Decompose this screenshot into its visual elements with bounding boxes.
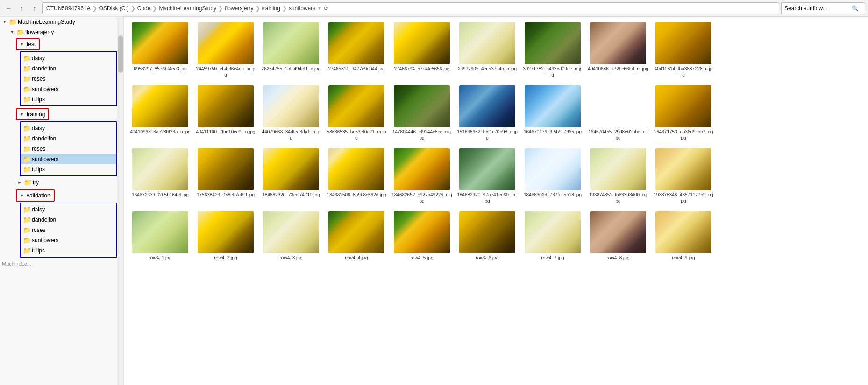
file-item[interactable]: 29972905_4cc537ff4b_n.jpg <box>455 21 520 80</box>
file-item[interactable]: 24459750_eb49f6e4cb_m.jpg <box>193 21 258 80</box>
folder-icon: 📁 <box>22 55 31 62</box>
sidebar-item-test-daisy[interactable]: 📁 daisy <box>21 53 116 63</box>
file-item[interactable]: 184682506_8a9b8c662d.jpg <box>324 147 389 206</box>
sidebar-item-test-sunflowers[interactable]: 📁 sunflowers <box>21 84 116 94</box>
file-item[interactable]: 184682652_c927a49226_m.jpg <box>389 147 455 206</box>
expand-icon: ► <box>16 180 23 185</box>
folder-icon: 📁 <box>22 75 31 83</box>
sidebar: ▼ 📁 MachineLearningStudy ▼ 📁 flowersjerr… <box>0 17 124 385</box>
nav-up-button[interactable]: ↑ <box>29 3 40 14</box>
file-item[interactable]: row4_6.jpg <box>455 210 520 263</box>
folder-icon: 📁 <box>22 206 31 213</box>
folder-icon: 📁 <box>22 155 31 163</box>
file-item[interactable]: 151898652_b5f1c70b98_n.jpg <box>455 84 520 143</box>
sidebar-item-validation-daisy[interactable]: 📁 daisy <box>21 204 116 215</box>
sidebar-label: sunflowers <box>32 86 114 92</box>
sidebar-item-training-roses[interactable]: 📁 roses <box>21 144 116 154</box>
file-item[interactable]: 147804446_ef9244c8ce_m.jpg <box>389 84 455 143</box>
file-name: row4_4.jpg <box>345 255 368 261</box>
file-name: row4_3.jpg <box>280 255 303 261</box>
file-item[interactable]: 39271782_b4335d09ae_n.jpg <box>520 21 585 80</box>
file-name: 44079668_34dfee3da1_n.jpg <box>261 129 321 141</box>
folder-icon: 📁 <box>8 18 17 26</box>
sidebar-item-try[interactable]: ► 📁 try <box>0 177 117 188</box>
file-item[interactable]: 164671753_ab36d9cbb7_n.jpg <box>651 84 716 143</box>
file-item[interactable]: 40410963_3ac280f23a_n.jpg <box>128 84 193 143</box>
file-item[interactable]: 164670455_29d8e02bbd_n.jpg <box>585 84 651 143</box>
file-item[interactable]: 193878348_43571127b9_n.jpg <box>651 147 716 206</box>
breadcrumb-item: OSDisk (C:) <box>99 5 129 12</box>
sidebar-item-validation[interactable]: ▼ validation <box>18 190 52 201</box>
refresh-icon[interactable]: ⟳ <box>324 5 328 12</box>
sidebar-item-test[interactable]: ▼ test <box>18 39 37 49</box>
breadcrumb[interactable]: CTUN50947961A ❯ OSDisk (C:) ❯ Code ❯ Mac… <box>42 2 779 14</box>
file-item[interactable]: 27466794_57e4fe5656.jpg <box>389 21 455 80</box>
file-item[interactable]: 164670176_9f5b9c7965.jpg <box>520 84 585 143</box>
file-item[interactable]: row4_3.jpg <box>258 210 324 263</box>
sidebar-label: tulips <box>32 247 114 254</box>
file-name: 40410686_272bc66faf_m.jpg <box>588 66 648 72</box>
sidebar-item-more[interactable]: MachineLe... <box>0 259 117 269</box>
sidebar-scrollbar[interactable] <box>117 17 123 385</box>
sidebar-item-flowersjerry[interactable]: ▼ 📁 flowersjerry <box>0 27 117 37</box>
sidebar-item-training-tulips[interactable]: 📁 tulips <box>21 164 116 175</box>
training-group-box: ▼ training <box>16 108 49 120</box>
file-item[interactable]: 26254755_1bfc494ef1_n.jpg <box>258 21 324 80</box>
file-name: 184683023_737fec5b18.jpg <box>524 192 582 198</box>
file-item[interactable]: 44079668_34dfee3da1_n.jpg <box>258 84 324 143</box>
file-item[interactable]: 193874852_fb633d8d00_n.jpg <box>585 147 651 206</box>
file-item[interactable]: row4_5.jpg <box>389 210 455 263</box>
sidebar-label: test <box>27 41 36 48</box>
sidebar-item-training[interactable]: ▼ training <box>18 109 47 119</box>
file-name: 193874852_fb633d8d00_n.jpg <box>588 192 648 204</box>
sidebar-item-validation-roses[interactable]: 📁 roses <box>21 225 116 235</box>
file-item[interactable]: 27465811_9477c9d044.jpg <box>324 21 389 80</box>
sidebar-label: daisy <box>32 206 114 213</box>
expand-icon: ▼ <box>18 42 26 47</box>
nav-back-button[interactable]: ← <box>3 3 14 14</box>
file-item[interactable]: row4_2.jpg <box>193 210 258 263</box>
sidebar-item-validation-sunflowers[interactable]: 📁 sunflowers <box>21 235 116 245</box>
sidebar-item-validation-dandelion[interactable]: 📁 dandelion <box>21 215 116 225</box>
sidebar-label: training <box>27 111 45 118</box>
breadcrumb-item: CTUN50947961A <box>46 5 91 12</box>
breadcrumb-sep: ❯ <box>152 5 157 12</box>
content-area: 6953297_8576bf4ea3.jpg24459750_eb49f6e4c… <box>124 17 868 385</box>
folder-icon: 📁 <box>16 28 24 36</box>
search-bar[interactable]: 🔍 <box>781 2 865 14</box>
file-item[interactable]: 184683023_737fec5b18.jpg <box>520 147 585 206</box>
sidebar-item-training-dandelion[interactable]: 📁 dandelion <box>21 133 116 144</box>
file-item[interactable]: 184682920_97ae41ce60_m.jpg <box>455 147 520 206</box>
file-item[interactable]: 40410814_fba3837226_n.jpg <box>651 21 716 80</box>
breadcrumb-item: flowersjerry <box>225 5 253 12</box>
file-item[interactable]: 40411100_7fbe10ec0f_n.jpg <box>193 84 258 143</box>
file-name: 29972905_4cc537ff4b_n.jpg <box>458 66 517 72</box>
breadcrumb-item: MachineLearningStudy <box>159 5 216 12</box>
file-name: 164670455_29d8e02bbd_n.jpg <box>588 129 648 141</box>
sidebar-label: MachineLe... <box>2 261 115 266</box>
file-item[interactable]: 6953297_8576bf4ea3.jpg <box>128 21 193 80</box>
sidebar-item-training-daisy[interactable]: 📁 daisy <box>21 123 116 133</box>
file-item[interactable]: row4_1.jpg <box>128 210 193 263</box>
file-item[interactable]: row4_8.jpg <box>585 210 651 263</box>
file-name: row4_6.jpg <box>476 255 499 261</box>
file-item[interactable]: row4_7.jpg <box>520 210 585 263</box>
sidebar-item-test-roses[interactable]: 📁 roses <box>21 74 116 84</box>
scrollbar-thumb[interactable] <box>118 35 123 73</box>
file-item[interactable]: 40410686_272bc66faf_m.jpg <box>585 21 651 80</box>
sidebar-item-training-sunflowers[interactable]: 📁 sunflowers <box>21 154 116 164</box>
file-item[interactable]: 175638423_058c07afb9.jpg <box>193 147 258 206</box>
sidebar-item-test-tulips[interactable]: 📁 tulips <box>21 94 116 105</box>
file-item[interactable]: row4_9.jpg <box>651 210 716 263</box>
file-item[interactable]: 184682320_73ccf74710.jpg <box>258 147 324 206</box>
sidebar-label: dandelion <box>32 65 114 72</box>
sidebar-item-machinelearningstudy[interactable]: ▼ 📁 MachineLearningStudy <box>0 17 117 27</box>
file-item[interactable]: 58636535_bc53ef0a21_m.jpg <box>324 84 389 143</box>
search-input[interactable] <box>784 5 850 12</box>
file-item[interactable]: row4_4.jpg <box>324 210 389 263</box>
sidebar-label: try <box>33 179 115 186</box>
nav-forward-button[interactable]: ↑ <box>16 3 27 14</box>
sidebar-item-validation-tulips[interactable]: 📁 tulips <box>21 245 116 256</box>
sidebar-item-test-dandelion[interactable]: 📁 dandelion <box>21 63 116 74</box>
file-item[interactable]: 164672339_f2b5b164f6.jpg <box>128 147 193 206</box>
